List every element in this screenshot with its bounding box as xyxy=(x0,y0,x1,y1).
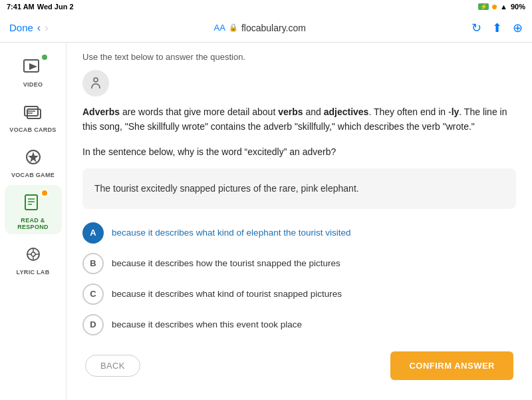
svg-marker-7 xyxy=(28,152,39,162)
choice-c[interactable]: C because it describes what kind of tour… xyxy=(82,284,516,305)
lock-icon: 🔒 xyxy=(229,23,238,32)
battery-icon: 90% xyxy=(511,3,525,11)
status-bar: 7:41 AM Wed Jun 2 ⚡ ▲ 90% xyxy=(0,0,532,13)
vocab-cards-icon-box xyxy=(19,100,47,124)
sidebar-item-video-label: VIDEO xyxy=(23,81,43,88)
main-layout: VIDEO VOCAB CARDS VOCAB GA xyxy=(0,43,532,400)
question-text: In the sentence below, why is the word “… xyxy=(82,145,516,159)
sidebar-item-lyric-lab-label: LYRIC LAB xyxy=(17,269,50,276)
bottom-bar: BACK CONFIRM ANSWER xyxy=(82,351,516,380)
choice-b[interactable]: B because it describes how the tourist s… xyxy=(82,253,516,274)
reading-icon xyxy=(82,70,109,97)
content-area: Use the text below to answer the questio… xyxy=(66,43,532,400)
read-respond-icon xyxy=(23,193,44,212)
read-respond-icon-box xyxy=(19,190,47,214)
read-respond-badge xyxy=(41,189,49,197)
video-icon-box xyxy=(19,55,47,79)
choice-b-label: because it describes how the tourist sna… xyxy=(112,258,340,268)
sidebar-item-vocab-cards[interactable]: VOCAB CARDS xyxy=(5,95,62,137)
wifi-icon: ▲ xyxy=(500,3,507,11)
nav-bar: Done ‹ › AA 🔒 flocabulary.com ↻ ⬆ ⊕ xyxy=(0,13,532,43)
vocab-cards-icon xyxy=(23,102,44,121)
battery-percent: 90% xyxy=(511,3,525,11)
intro-text: Use the text below to answer the questio… xyxy=(82,52,516,62)
svg-point-18 xyxy=(94,78,98,82)
sentence-text: The tourist excitedly snapped pictures o… xyxy=(94,183,359,194)
choice-d-label: because it describes when this event too… xyxy=(112,319,302,329)
status-day: Wed Jun 2 xyxy=(37,3,74,11)
sidebar-item-vocab-game-label: VOCAB GAME xyxy=(11,172,55,178)
status-time: 7:41 AM xyxy=(7,3,35,11)
back-button[interactable]: BACK xyxy=(85,355,140,377)
back-chevron[interactable]: ‹ xyxy=(37,22,41,34)
svg-rect-8 xyxy=(25,195,37,210)
definition-block: Adverbs are words that give more detail … xyxy=(82,104,516,134)
forward-chevron[interactable]: › xyxy=(45,22,48,34)
battery-dot xyxy=(492,5,497,9)
sidebar-item-read-respond[interactable]: READ & RESPOND xyxy=(5,185,62,234)
vocab-game-icon-box xyxy=(19,145,47,169)
battery-green-icon: ⚡ xyxy=(478,3,489,10)
choice-d-circle: D xyxy=(82,314,104,335)
reading-svg-icon xyxy=(88,75,104,91)
choice-b-circle: B xyxy=(82,253,104,274)
sidebar-item-vocab-cards-label: VOCAB CARDS xyxy=(9,126,56,133)
sidebar-item-read-respond-label: READ & RESPOND xyxy=(7,217,59,230)
reload-button[interactable]: ↻ xyxy=(471,21,481,35)
video-icon xyxy=(23,57,44,76)
lyric-lab-icon xyxy=(23,245,44,264)
choice-a-label: because it describes what kind of elepha… xyxy=(112,228,350,238)
aa-label[interactable]: AA xyxy=(214,23,225,33)
share-button[interactable]: ⬆ xyxy=(492,21,502,35)
choice-c-label: because it describes what kind of touris… xyxy=(112,289,342,299)
sidebar-item-vocab-game[interactable]: VOCAB GAME xyxy=(5,140,62,182)
choice-d[interactable]: D because it describes when this event t… xyxy=(82,314,516,335)
svg-marker-1 xyxy=(29,63,37,70)
sentence-box: The tourist excitedly snapped pictures o… xyxy=(82,168,516,209)
choice-a[interactable]: A because it describes what kind of elep… xyxy=(82,222,516,244)
sidebar-item-lyric-lab[interactable]: LYRIC LAB xyxy=(5,237,62,280)
bookmarks-button[interactable]: ⊕ xyxy=(513,21,523,35)
url-bar: AA 🔒 flocabulary.com xyxy=(214,23,306,33)
sidebar-item-video[interactable]: VIDEO xyxy=(5,49,62,92)
choice-c-circle: C xyxy=(82,284,104,305)
choice-a-circle: A xyxy=(82,222,104,244)
done-button[interactable]: Done xyxy=(9,22,33,33)
sidebar: VIDEO VOCAB CARDS VOCAB GA xyxy=(0,43,66,400)
vocab-game-icon xyxy=(23,148,44,166)
svg-point-13 xyxy=(31,252,35,256)
video-badge xyxy=(41,53,49,61)
lyric-lab-icon-box xyxy=(19,242,47,266)
url-text: flocabulary.com xyxy=(241,23,306,33)
choices-list: A because it describes what kind of elep… xyxy=(82,222,516,335)
confirm-answer-button[interactable]: CONFIRM ANSWER xyxy=(390,351,513,380)
